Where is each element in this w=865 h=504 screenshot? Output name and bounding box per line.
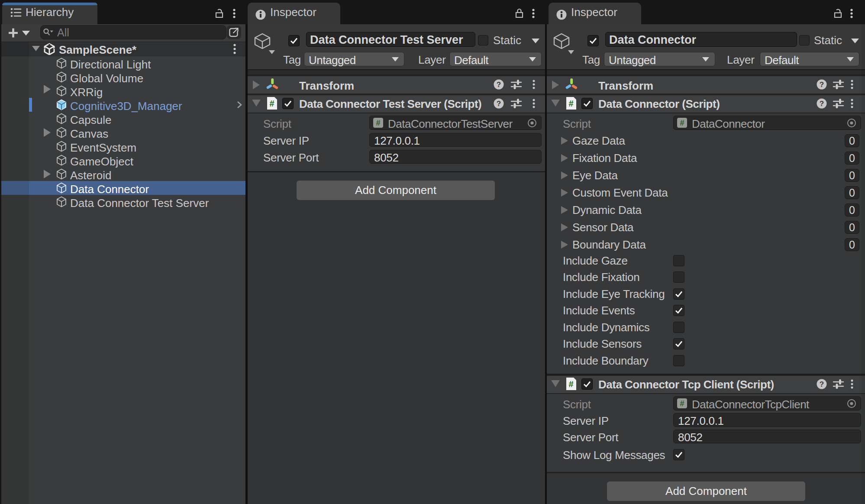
svg-text:?: ? [497, 81, 501, 89]
svg-text:?: ? [820, 380, 824, 388]
svg-text:#: # [376, 119, 380, 127]
svg-text:?: ? [820, 81, 824, 89]
svg-text:?: ? [820, 100, 824, 108]
svg-text:#: # [568, 379, 573, 389]
svg-text:?: ? [497, 100, 501, 108]
svg-text:#: # [680, 399, 684, 408]
svg-text:#: # [269, 99, 274, 108]
svg-text:#: # [680, 119, 684, 127]
svg-text:#: # [568, 99, 573, 108]
